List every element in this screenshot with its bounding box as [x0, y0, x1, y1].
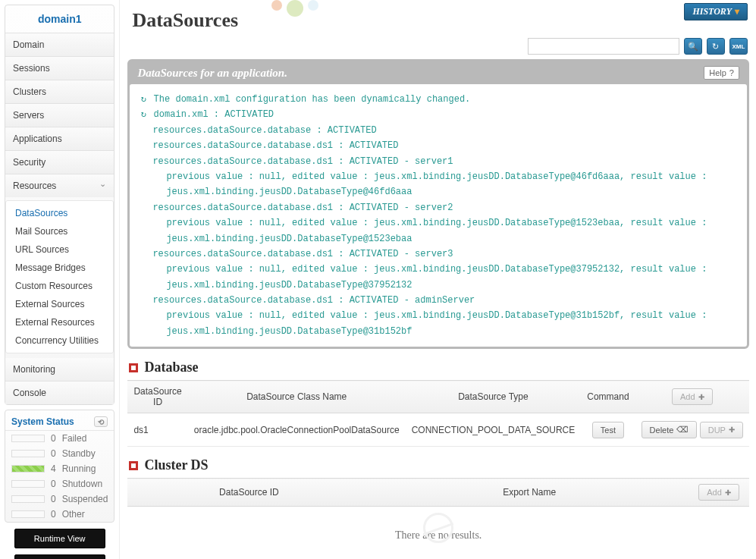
sidebar-item-security[interactable]: Security	[5, 150, 114, 174]
sidebar-subitem[interactable]: External Resources	[6, 313, 113, 331]
system-status-panel: System Status ⟲ 0Failed0Standby4Running0…	[5, 410, 114, 523]
main: HISTORY▾ DataSources 🔍 ↻ XML DataSources…	[120, 0, 756, 559]
delete-icon: ⌫	[676, 425, 689, 435]
ds-command: Test	[581, 413, 635, 447]
refresh-icon[interactable]: ⟲	[94, 416, 108, 427]
sidebar-item-domain[interactable]: Domain	[5, 33, 114, 56]
chevron-down-icon: ▾	[735, 6, 739, 17]
status-row: 0Failed	[5, 431, 114, 446]
status-bar	[11, 465, 45, 473]
status-bar	[11, 495, 45, 503]
decorative-dots	[271, 0, 318, 17]
cluster-table: DataSource IDExport NameAdd ✚	[127, 478, 749, 507]
ds-class: oracle.jdbc.pool.OracleConnectionPoolDat…	[188, 413, 406, 447]
log-line: resources.dataSource.database.ds1 : ACTI…	[139, 154, 738, 169]
log-line: resources.dataSource.database : ACTIVATE…	[139, 123, 738, 138]
log-line: resources.dataSource.database.ds1 : ACTI…	[139, 247, 738, 262]
log-line: ↻ The domain.xml configuration has been …	[139, 92, 738, 107]
log-line: previous value : null, edited value : je…	[139, 215, 738, 247]
sidebar-subitem[interactable]: Custom Resources	[6, 277, 113, 295]
panel-title: DataSources for an application.	[137, 67, 287, 80]
plus-icon: ✚	[725, 488, 731, 497]
col-header: DataSource Type	[406, 381, 582, 413]
lock-edit-button[interactable]: Lock & Edit	[14, 554, 105, 559]
status-row: 0Other	[5, 507, 114, 522]
help-button[interactable]: Help?	[704, 66, 739, 80]
sidebar-subitem[interactable]: Mail Sources	[6, 222, 113, 240]
sidebar-item-servers[interactable]: Servers	[5, 103, 114, 127]
plus-icon: ✚	[729, 426, 735, 434]
sidebar: domain1 DomainSessionsClustersServersApp…	[0, 0, 120, 559]
message-panel: DataSources for an application. Help? ↻ …	[127, 59, 749, 349]
ds-id[interactable]: ds1	[127, 413, 187, 447]
square-icon	[129, 363, 138, 372]
col-header: Export Name	[370, 479, 689, 507]
status-row: 0Standby	[5, 446, 114, 461]
toolbar: 🔍 ↻ XML	[127, 38, 749, 55]
log-line: previous value : null, edited value : je…	[139, 308, 738, 339]
col-header: Add ✚	[689, 479, 749, 507]
system-status-title: System Status	[11, 416, 74, 427]
dup-button[interactable]: DUP ✚	[700, 422, 743, 438]
status-bar	[11, 450, 45, 457]
status-row: 0Suspended	[5, 491, 114, 507]
sidebar-item-applications[interactable]: Applications	[5, 127, 114, 150]
sidebar-item-monitoring[interactable]: Monitoring	[5, 358, 114, 381]
reload-icon: ↻	[139, 92, 148, 107]
status-bar	[11, 480, 45, 488]
col-header: DataSource ID	[127, 381, 187, 413]
sidebar-subitem[interactable]: Message Bridges	[6, 259, 113, 277]
log-line: resources.dataSource.database.ds1 : ACTI…	[139, 293, 738, 308]
database-table: DataSource IDDataSource Class NameDataSo…	[127, 380, 749, 447]
test-button[interactable]: Test	[592, 422, 624, 438]
log-line: ↻ domain.xml : ACTIVATED	[139, 107, 738, 122]
domain-title[interactable]: domain1	[5, 5, 114, 33]
search-icon[interactable]: 🔍	[684, 38, 702, 55]
log-line: previous value : null, edited value : je…	[139, 262, 738, 293]
delete-button[interactable]: Delete ⌫	[642, 421, 698, 438]
sidebar-item-resources[interactable]: Resources	[5, 174, 114, 197]
status-row: 0Shutdown	[5, 476, 114, 491]
cluster-section-head: Cluster DS	[129, 457, 749, 473]
sidebar-subitem[interactable]: External Sources	[6, 295, 113, 313]
status-bar	[11, 510, 45, 518]
reload-icon[interactable]: ↻	[707, 38, 725, 55]
square-icon	[129, 461, 138, 470]
status-bar	[11, 435, 45, 442]
col-header: DataSource ID	[127, 479, 370, 507]
col-header: Add ✚	[635, 381, 749, 413]
history-container: HISTORY▾	[684, 3, 748, 20]
page-title: DataSources	[127, 5, 749, 38]
sidebar-item-console[interactable]: Console	[5, 381, 114, 404]
xml-export-icon[interactable]: XML	[729, 38, 748, 55]
add-button[interactable]: Add ✚	[698, 484, 739, 501]
history-button[interactable]: HISTORY▾	[684, 3, 748, 20]
question-icon: ?	[729, 68, 734, 77]
sidebar-item-clusters[interactable]: Clusters	[5, 80, 114, 103]
log-line: previous value : null, edited value : je…	[139, 169, 738, 200]
database-section-head: Database	[129, 360, 749, 375]
sidebar-subitem[interactable]: URL Sources	[6, 240, 113, 259]
table-row: ds1oracle.jdbc.pool.OracleConnectionPool…	[127, 413, 749, 447]
runtime-view-button[interactable]: Runtime View	[14, 529, 105, 548]
add-button[interactable]: Add ✚	[672, 388, 713, 405]
cluster-empty: There are no results.	[127, 507, 749, 559]
log-line: resources.dataSource.database.ds1 : ACTI…	[139, 200, 738, 215]
search-input[interactable]	[528, 38, 679, 55]
col-header: Command	[581, 381, 635, 413]
sidebar-panel-top: domain1 DomainSessionsClustersServersApp…	[5, 5, 114, 405]
sidebar-item-sessions[interactable]: Sessions	[5, 56, 114, 80]
ds-type: CONNECTION_POOL_DATA_SOURCE	[406, 413, 582, 447]
reload-icon: ↻	[139, 107, 148, 122]
sidebar-subitem[interactable]: Concurrency Utilities	[6, 331, 113, 350]
log-line: resources.dataSource.database.ds1 : ACTI…	[139, 138, 738, 153]
resources-submenu: DataSourcesMail SourcesURL SourcesMessag…	[5, 200, 114, 353]
status-row: 4Running	[5, 461, 114, 476]
log-body: ↻ The domain.xml configuration has been …	[130, 84, 747, 347]
plus-icon: ✚	[698, 393, 704, 401]
sidebar-subitem[interactable]: DataSources	[6, 204, 113, 222]
col-header: DataSource Class Name	[188, 381, 406, 413]
